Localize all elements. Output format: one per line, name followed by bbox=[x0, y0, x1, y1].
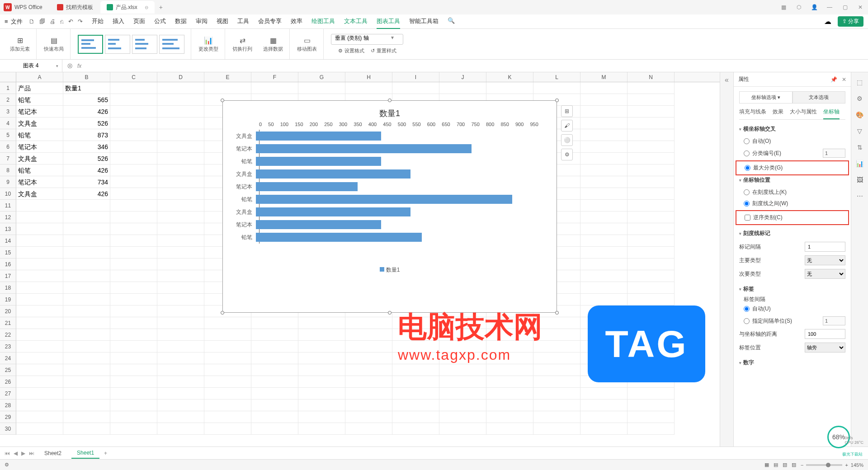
minimize-button[interactable]: — bbox=[826, 3, 834, 11]
ribbon-switch-rowcol[interactable]: ⇄ 切换行列 bbox=[229, 29, 256, 59]
cell[interactable] bbox=[110, 423, 157, 435]
row-header[interactable]: 6 bbox=[0, 141, 16, 153]
cell[interactable] bbox=[16, 423, 63, 435]
cell[interactable] bbox=[439, 341, 486, 352]
section-axis-position[interactable]: 坐标轴位置 bbox=[739, 176, 845, 184]
cell[interactable] bbox=[439, 376, 486, 388]
cell[interactable] bbox=[627, 411, 675, 423]
cell[interactable]: 铅笔 bbox=[16, 94, 63, 106]
cell[interactable] bbox=[157, 188, 204, 200]
row-header[interactable]: 24 bbox=[0, 352, 16, 364]
section-cross[interactable]: 横坐标轴交叉 bbox=[739, 125, 845, 133]
cell[interactable] bbox=[580, 129, 627, 141]
cell[interactable] bbox=[392, 82, 439, 94]
menu-text-tools[interactable]: 文本工具 bbox=[344, 14, 368, 29]
grid-icon[interactable]: ▦ bbox=[779, 3, 788, 11]
cell[interactable] bbox=[580, 164, 627, 176]
chart-style-4[interactable] bbox=[159, 35, 184, 54]
ribbon-select-data[interactable]: ▦ 选择数据 bbox=[259, 29, 290, 59]
maximize-button[interactable]: ▢ bbox=[841, 3, 849, 11]
row-header[interactable]: 13 bbox=[0, 223, 16, 235]
fx-label[interactable]: fx bbox=[77, 63, 81, 69]
menu-member[interactable]: 会员专享 bbox=[258, 14, 282, 29]
bar-fill[interactable] bbox=[256, 169, 410, 179]
cell[interactable] bbox=[110, 282, 157, 294]
cell[interactable]: 734 bbox=[63, 176, 110, 188]
cell[interactable] bbox=[392, 352, 439, 364]
tab-menu-icon[interactable]: ⊖ bbox=[145, 5, 148, 10]
cell[interactable] bbox=[627, 317, 675, 329]
cell[interactable] bbox=[110, 364, 157, 376]
cell[interactable] bbox=[16, 235, 63, 247]
cell[interactable] bbox=[627, 388, 675, 400]
cell[interactable] bbox=[63, 411, 110, 423]
cell[interactable] bbox=[110, 235, 157, 247]
cell[interactable] bbox=[63, 400, 110, 411]
cell[interactable] bbox=[298, 423, 345, 435]
cell[interactable] bbox=[580, 423, 627, 435]
cell[interactable] bbox=[392, 400, 439, 411]
row-header[interactable]: 15 bbox=[0, 247, 16, 258]
cell[interactable]: 426 bbox=[63, 188, 110, 200]
cell[interactable] bbox=[533, 388, 580, 400]
cell[interactable] bbox=[486, 82, 533, 94]
cell[interactable] bbox=[110, 376, 157, 388]
avatar-icon[interactable]: 👤 bbox=[810, 3, 818, 11]
view-reading-icon[interactable]: ▨ bbox=[792, 462, 796, 468]
sheet-first-icon[interactable]: ⏮ bbox=[5, 450, 10, 456]
cell[interactable] bbox=[486, 341, 533, 352]
bar-fill[interactable] bbox=[256, 195, 512, 204]
cell[interactable] bbox=[580, 341, 627, 352]
cell[interactable] bbox=[580, 176, 627, 188]
cell[interactable]: 数量1 bbox=[63, 82, 110, 94]
cell[interactable] bbox=[580, 270, 627, 282]
cell[interactable] bbox=[204, 411, 251, 423]
row-header[interactable]: 19 bbox=[0, 294, 16, 306]
cell[interactable] bbox=[110, 341, 157, 352]
cell[interactable] bbox=[533, 329, 580, 341]
cell[interactable] bbox=[345, 317, 392, 329]
subtab-size[interactable]: 大小与属性 bbox=[790, 108, 817, 119]
cell[interactable] bbox=[298, 82, 345, 94]
cell[interactable]: 526 bbox=[63, 118, 110, 129]
cell[interactable] bbox=[298, 352, 345, 364]
row-header[interactable]: 26 bbox=[0, 376, 16, 388]
row-header[interactable]: 30 bbox=[0, 423, 16, 435]
menu-view[interactable]: 视图 bbox=[217, 14, 228, 29]
cell[interactable] bbox=[580, 317, 627, 329]
cell[interactable] bbox=[533, 400, 580, 411]
cell[interactable] bbox=[63, 200, 110, 212]
cell[interactable] bbox=[392, 376, 439, 388]
cell[interactable] bbox=[204, 341, 251, 352]
cell[interactable] bbox=[298, 388, 345, 400]
cell[interactable] bbox=[251, 411, 298, 423]
resize-handle[interactable] bbox=[221, 311, 224, 315]
view-break-icon[interactable]: ▧ bbox=[783, 462, 787, 468]
cell[interactable] bbox=[439, 329, 486, 341]
cell[interactable] bbox=[580, 82, 627, 94]
row-header[interactable]: 16 bbox=[0, 258, 16, 270]
ribbon-change-type[interactable]: 📊 更改类型 bbox=[195, 29, 225, 59]
cell[interactable]: 426 bbox=[63, 106, 110, 118]
cell[interactable] bbox=[251, 400, 298, 411]
row-header[interactable]: 23 bbox=[0, 341, 16, 352]
column-header[interactable]: F bbox=[251, 72, 298, 82]
cell[interactable] bbox=[157, 270, 204, 282]
tab-document[interactable]: 产品.xlsx ⊖ bbox=[100, 1, 155, 14]
cell[interactable] bbox=[157, 129, 204, 141]
cell[interactable] bbox=[580, 223, 627, 235]
cell[interactable] bbox=[251, 423, 298, 435]
cell[interactable]: 铅笔 bbox=[16, 129, 63, 141]
cell[interactable] bbox=[392, 317, 439, 329]
spec-unit-input[interactable] bbox=[823, 316, 845, 325]
cell[interactable] bbox=[627, 176, 675, 188]
row-header[interactable]: 25 bbox=[0, 364, 16, 376]
cell[interactable] bbox=[345, 388, 392, 400]
reset-style-button[interactable]: ↺ 重置样式 bbox=[371, 47, 396, 54]
cell[interactable] bbox=[157, 200, 204, 212]
cell[interactable] bbox=[63, 376, 110, 388]
cell[interactable] bbox=[16, 376, 63, 388]
cell[interactable] bbox=[63, 247, 110, 258]
chart-style-1[interactable] bbox=[78, 35, 103, 54]
cell[interactable] bbox=[580, 364, 627, 376]
